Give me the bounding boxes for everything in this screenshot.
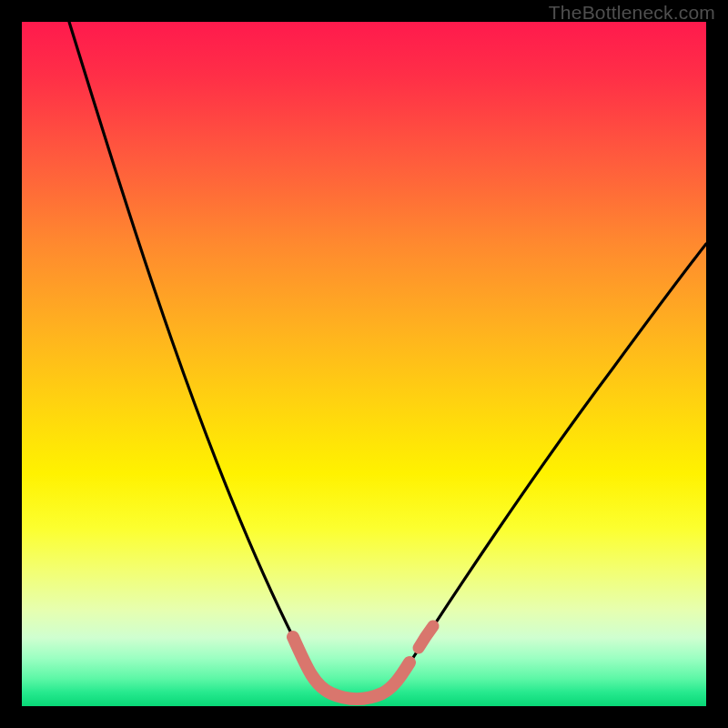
curve-right-tick — [419, 626, 433, 648]
chart-plot-area — [22, 22, 706, 706]
curve-bottom-highlight — [293, 637, 410, 699]
watermark-text: TheBottleneck.com — [549, 2, 715, 24]
curve-path — [69, 22, 706, 698]
bottleneck-curve — [22, 22, 706, 706]
